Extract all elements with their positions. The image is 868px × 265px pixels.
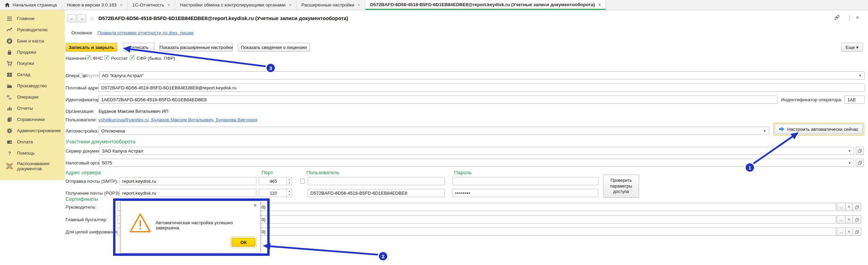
favorite-star-icon[interactable]: ☆ [89, 15, 94, 22]
more-actions-button[interactable]: Еще ▾ [841, 43, 863, 52]
open-window-icon [855, 217, 859, 222]
smtp-port-field[interactable]: 465 ▲▼ [259, 177, 292, 185]
sidebar-item-administration[interactable]: Администрирование [0, 125, 64, 136]
ok-button-highlight: ОК [230, 236, 257, 248]
sidebar-item-references[interactable]: Справочники [0, 114, 64, 125]
chevron-down-icon[interactable]: ▼ [763, 129, 766, 133]
form-nav-rules-link[interactable]: Правила отправки отчетности по физ. лица… [97, 30, 193, 35]
cert-director-open-button[interactable] [852, 203, 861, 211]
cert-director-clear-button[interactable]: × [845, 203, 853, 211]
operator-absent-checkbox[interactable] [79, 73, 83, 77]
spin-down-icon[interactable]: ▼ [287, 193, 292, 197]
bar-chart-icon [5, 105, 14, 111]
show-extended-settings-button[interactable]: Показать расширенные настройки [160, 43, 233, 52]
users-link[interactable]: vshelkunova@yandex.ru, Буданов Максим Ви… [98, 117, 257, 122]
sidebar-item-warehouse[interactable]: Склад [0, 69, 64, 80]
purpose-rosstat-checkbox[interactable] [104, 55, 109, 60]
form-nav-main[interactable]: Основное [71, 30, 92, 35]
cert-encryption-label: Для целей шифрования: [66, 229, 118, 234]
get-link-icon[interactable] [834, 14, 840, 22]
close-form-icon[interactable]: × [856, 14, 859, 21]
more-menu-icon[interactable]: ⋮ [847, 15, 852, 21]
chevron-down-icon[interactable]: ▼ [848, 161, 851, 165]
operator-field[interactable]: АО "Калуга Астрал" ▼ [99, 71, 865, 80]
tab-close-icon[interactable]: × [598, 2, 601, 7]
tax-authority-field[interactable]: 5075 ▼ [99, 159, 854, 167]
sidebar-item-main[interactable]: Главное [0, 13, 64, 24]
cert-encryption-clear-button[interactable]: × [845, 228, 853, 236]
pop3-password-field[interactable]: •••••••• [452, 189, 598, 197]
sidebar-item-sales[interactable]: Продажи [0, 47, 64, 58]
save-and-close-button[interactable]: Записать и закрыть [66, 43, 117, 52]
pop3-port-spinner[interactable]: ▲▼ [287, 189, 292, 197]
autoconfig-now-button[interactable]: Настроить автоматически сейчас [773, 123, 864, 136]
tab-exchange-settings[interactable]: Настройки обмена с контролирующими орган… [175, 0, 296, 10]
forward-button[interactable]: → [77, 14, 86, 22]
dialog-message: Автоматическая настройка успешно заверше… [156, 220, 257, 230]
cert-director-select-button[interactable]: ... [837, 203, 846, 211]
check-access-params-button[interactable]: Проверить параметры доступа [603, 175, 639, 198]
purpose-sfr-checkbox[interactable] [130, 55, 134, 60]
tab-1c-reporting[interactable]: 1С-Отчетность × [128, 0, 175, 10]
spin-up-icon[interactable]: ▲ [287, 189, 292, 193]
tab-home[interactable]: Начальная страница [0, 0, 62, 10]
ok-button[interactable]: ОК [232, 238, 255, 247]
tab-edo-account-active[interactable]: D572BAFD-6D56-4518-B5FD-6D1EB84EDBE8@rep… [365, 0, 606, 10]
cert-encryption-select-button[interactable]: ... [837, 228, 846, 236]
show-license-info-button[interactable]: Показать сведения о лицензии [238, 43, 310, 52]
purpose-fns-checkbox[interactable] [86, 55, 91, 60]
chevron-down-icon[interactable]: ▼ [858, 74, 862, 77]
tab-extended-settings[interactable]: Расширенные настройки × [296, 0, 365, 10]
main-menu-sidebar: Главное Руководителю ₽ Банк и касса Прод… [0, 10, 65, 180]
smtp-auth-checkbox[interactable] [300, 179, 305, 183]
pop3-server-field[interactable]: report.keydisk.ru [120, 189, 256, 197]
sidebar-item-production[interactable]: Производство [0, 80, 64, 91]
smtp-password-field[interactable] [452, 177, 598, 185]
pop3-label: Получение почты (POP3): [66, 191, 121, 196]
email-field[interactable]: D572BAFD-6D56-4518-B5FD-6D1EB84EDBE8@rep… [98, 84, 865, 92]
tab-whats-new[interactable]: Новое в версии 3.0.163 × [62, 0, 128, 10]
sidebar-item-bank-cash[interactable]: ₽ Банк и касса [0, 35, 64, 47]
tab-close-icon[interactable]: × [120, 2, 123, 7]
purpose-fns-label: ФНС [93, 56, 103, 61]
sidebar-item-payment[interactable]: Оплата [0, 136, 64, 147]
tab-close-icon[interactable]: × [358, 2, 360, 7]
sidebar-item-label: Оплата [17, 139, 33, 144]
sidebar-item-doc-recognition[interactable]: Распознавание документов [0, 159, 64, 174]
tab-close-icon[interactable]: × [289, 2, 292, 7]
smtp-server-field[interactable]: report.keydisk.ru [120, 177, 256, 185]
pop3-port-field[interactable]: 110 ▲▼ [259, 189, 292, 197]
sidebar-item-label: Покупки [17, 61, 34, 66]
sidebar-item-manager[interactable]: Руководителю [0, 24, 64, 35]
pop3-user-field[interactable]: D572BAFD-6D56-4518-B5FD-6D1EB84EDBE8 [308, 189, 445, 197]
sidebar-item-operations[interactable]: ДтКт Операции [0, 91, 64, 103]
cart-icon [5, 60, 14, 67]
cert-accountant-open-button[interactable] [852, 215, 861, 224]
forward-arrow-icon: → [79, 16, 84, 21]
cert-accountant-select-button[interactable]: ... [837, 215, 846, 224]
subscriber-id-field[interactable]: 1AED572BAFD-6D56-4518-B5FD-6D1EB84EDBE8 [98, 95, 778, 104]
tax-authority-open-button[interactable] [856, 159, 864, 167]
open-window-icon [857, 160, 862, 165]
svg-text:3: 3 [269, 65, 272, 71]
chevron-down-icon[interactable]: ▼ [848, 149, 851, 153]
smtp-port-spinner[interactable]: ▲▼ [287, 177, 292, 185]
operator-id-field[interactable]: 1AE [845, 95, 865, 104]
cert-accountant-clear-button[interactable]: × [845, 215, 853, 224]
dialog-close-icon[interactable]: × [254, 202, 257, 209]
sidebar-item-reports[interactable]: Отчеты [0, 103, 64, 114]
spin-up-icon[interactable]: ▲ [287, 177, 292, 181]
sidebar-item-help[interactable]: ? Помощь [0, 147, 64, 159]
autoconfig-field[interactable]: Отключена ▼ [98, 127, 769, 135]
cert-encryption-open-button[interactable] [852, 228, 861, 236]
spin-down-icon[interactable]: ▼ [287, 181, 292, 185]
sidebar-item-purchases[interactable]: Покупки [0, 58, 64, 69]
doc-scan-icon [5, 163, 14, 169]
email-value: D572BAFD-6D56-4518-B5FD-6D1EB84EDBE8@rep… [101, 85, 237, 90]
save-button[interactable]: Записать [123, 43, 155, 52]
tab-close-icon[interactable]: × [168, 2, 170, 7]
smtp-user-field[interactable] [308, 177, 445, 185]
back-button[interactable]: ← [67, 14, 76, 22]
edo-server-field[interactable]: ЗАО Калуга Астрал ▼ [99, 147, 854, 155]
edo-server-open-button[interactable] [856, 147, 864, 155]
